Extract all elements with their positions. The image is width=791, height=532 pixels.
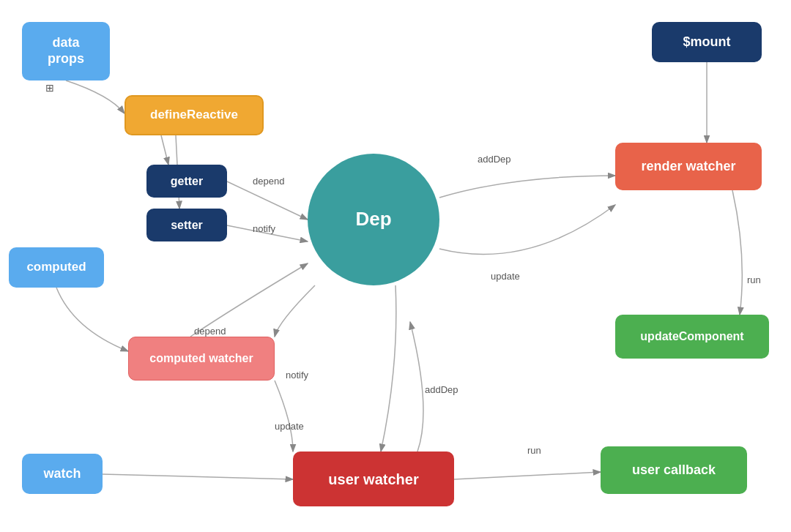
node-data-props: data props	[22, 22, 110, 80]
label-update2: update	[491, 271, 520, 282]
label-depend2: depend	[194, 326, 226, 337]
node-label-user-watcher: user watcher	[328, 471, 418, 488]
node-watch: watch	[22, 454, 103, 494]
label-depend1: depend	[253, 176, 284, 187]
node-label-mount: $mount	[683, 34, 731, 50]
node-label-getter: getter	[171, 174, 203, 188]
node-update-component: updateComponent	[615, 315, 769, 359]
node-getter: getter	[146, 165, 227, 198]
node-user-watcher: user watcher	[293, 452, 454, 506]
label-adddep2: addDep	[425, 384, 458, 395]
node-label-computed: computed	[26, 260, 86, 274]
label-notify2: notify	[286, 370, 308, 381]
node-label-update-component: updateComponent	[640, 329, 743, 343]
node-dep: Dep	[308, 154, 439, 285]
node-setter: setter	[146, 209, 227, 241]
label-run1: run	[747, 274, 761, 285]
node-label-user-callback: user callback	[632, 462, 716, 479]
node-render-watcher: render watcher	[615, 143, 762, 190]
expand-icon[interactable]: ⊞	[45, 82, 54, 94]
label-adddep1: addDep	[478, 154, 511, 165]
node-define-reactive: defineReactive	[125, 95, 264, 135]
node-computed: computed	[9, 247, 104, 288]
node-label-watch: watch	[43, 466, 81, 482]
label-notify1: notify	[253, 223, 275, 234]
node-label-render-watcher: render watcher	[641, 159, 735, 175]
node-label-computed-watcher: computed watcher	[149, 351, 253, 365]
diagram-container: data propsdefineReactivegettersetterDepc…	[0, 0, 791, 532]
node-mount: $mount	[652, 22, 762, 62]
node-label-data-props: data props	[48, 35, 84, 67]
label-run2: run	[527, 445, 541, 456]
label-update1: update	[275, 421, 304, 432]
node-user-callback: user callback	[601, 446, 747, 494]
node-computed-watcher: computed watcher	[128, 337, 275, 381]
node-label-define-reactive: defineReactive	[150, 108, 238, 122]
node-label-dep: Dep	[355, 208, 391, 231]
node-label-setter: setter	[171, 218, 203, 232]
